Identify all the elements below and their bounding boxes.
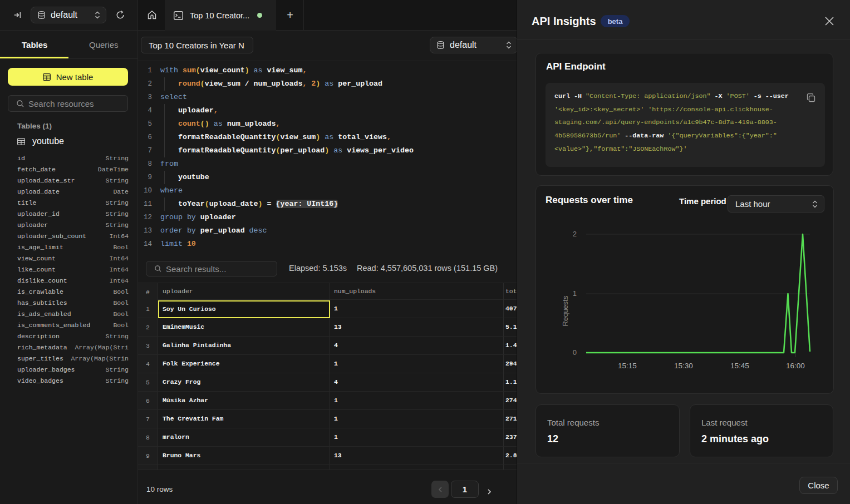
- svg-text:1: 1: [573, 289, 577, 298]
- svg-text:15:15: 15:15: [618, 362, 637, 370]
- svg-text:15:45: 15:45: [730, 362, 749, 370]
- svg-text:16:00: 16:00: [786, 362, 805, 370]
- svg-text:2: 2: [573, 230, 577, 238]
- svg-text:Requests: Requests: [561, 295, 569, 326]
- svg-text:0: 0: [573, 348, 577, 357]
- svg-text:15:30: 15:30: [674, 362, 693, 370]
